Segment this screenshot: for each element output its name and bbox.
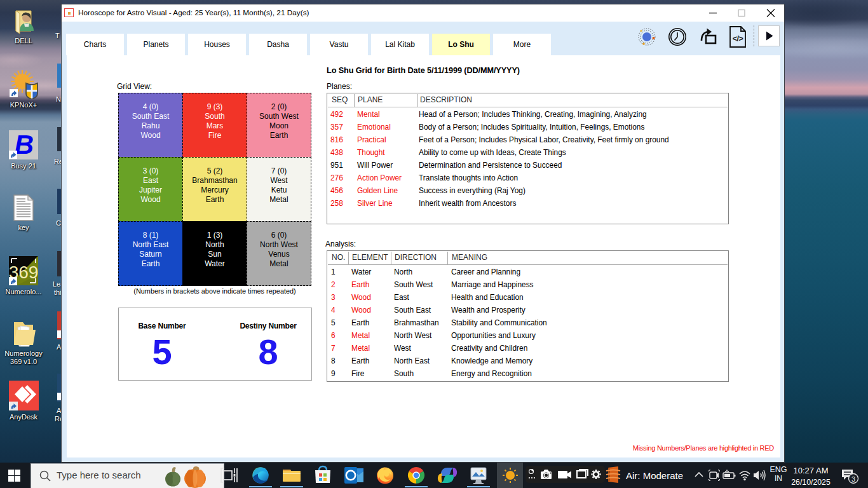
svg-text:B: B [15,130,34,159]
svg-text:3: 3 [851,475,855,483]
svg-text:</>: </> [733,34,743,43]
